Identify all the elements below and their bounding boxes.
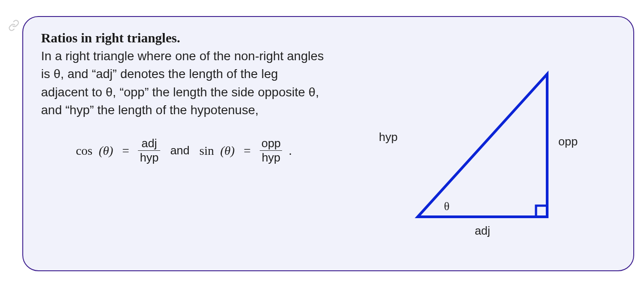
eq-sign-2: = <box>241 144 253 158</box>
callout-body: In a right triangle where one of the non… <box>41 47 327 120</box>
adj-label: adj <box>474 224 490 237</box>
formula: cos(θ) = adj hyp and sin(θ) = opp hyp . <box>41 137 327 164</box>
fraction-opp-hyp: opp hyp <box>260 137 283 164</box>
theta-label: θ <box>444 200 449 213</box>
and-word: and <box>166 144 193 157</box>
opp-label: opp <box>558 135 578 148</box>
sin-fn: sin <box>199 144 214 158</box>
frac-num-opp: opp <box>260 137 283 150</box>
sin-arg: (θ) <box>220 144 234 158</box>
hyp-label: hyp <box>379 130 398 144</box>
frac-den-hyp-1: hyp <box>138 150 160 164</box>
cos-arg: (θ) <box>99 144 113 158</box>
callout-heading: Ratios in right triangles. <box>41 29 327 46</box>
frac-num-adj: adj <box>140 137 159 150</box>
callout-columns: Ratios in right triangles. In a right tr… <box>41 29 615 239</box>
definition-callout: Ratios in right triangles. In a right tr… <box>22 16 634 271</box>
cos-fn: cos <box>76 144 92 158</box>
fraction-adj-hyp: adj hyp <box>138 137 160 164</box>
eq-sign-1: = <box>120 144 132 158</box>
triangle-shape <box>418 74 547 217</box>
right-angle-marker <box>536 206 547 217</box>
frac-den-hyp-2: hyp <box>260 150 282 164</box>
figure-column: hyp opp adj θ <box>345 29 615 239</box>
right-triangle-figure: hyp opp adj θ <box>369 43 592 239</box>
text-column: Ratios in right triangles. In a right tr… <box>41 29 327 164</box>
permalink-icon[interactable] <box>8 20 20 31</box>
page: Ratios in right triangles. In a right tr… <box>0 0 644 298</box>
formula-period: . <box>289 144 292 158</box>
